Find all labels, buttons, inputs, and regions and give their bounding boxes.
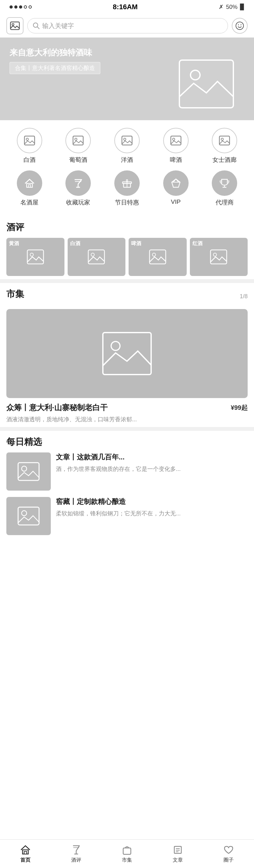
- diamond-icon: [170, 178, 182, 189]
- category-agent[interactable]: 代理商: [209, 170, 240, 207]
- svg-point-30: [30, 253, 33, 256]
- review-placeholder-icon-0: [27, 249, 44, 265]
- nav-circle-label: 圈子: [223, 857, 234, 864]
- svg-rect-11: [73, 136, 83, 145]
- status-time: 8:16AM: [113, 3, 138, 11]
- category-ladies[interactable]: 女士酒廊: [209, 128, 240, 164]
- svg-rect-29: [27, 250, 43, 264]
- status-right: ✗ 50% ▉: [219, 3, 245, 10]
- market-product-desc: 酒液清澈透明，质地纯净、无混浊，口味芳香浓郁...: [6, 415, 248, 424]
- market-title: 市集: [6, 288, 24, 300]
- collector-label: 收藏玩家: [66, 198, 90, 207]
- nav-market[interactable]: 市集: [121, 844, 133, 864]
- beer-label: 啤酒: [170, 156, 182, 164]
- svg-marker-26: [172, 179, 180, 187]
- avatar-icon[interactable]: [232, 18, 248, 34]
- svg-rect-9: [25, 136, 35, 145]
- category-famous[interactable]: 名酒屋: [14, 170, 45, 207]
- wine-icon-circle: [65, 128, 91, 153]
- market-product-info: 众筹丨意大利·山寨秘制老白干 ¥99起: [6, 403, 248, 413]
- svg-point-34: [152, 253, 155, 256]
- svg-point-12: [75, 138, 77, 141]
- svg-rect-37: [103, 333, 151, 375]
- album-icon-box[interactable]: [6, 17, 24, 34]
- search-bar[interactable]: 输入关键字: [27, 18, 228, 33]
- market-bag-icon: [121, 844, 133, 856]
- nav-home[interactable]: 首页: [20, 844, 31, 864]
- search-icon: [33, 22, 40, 29]
- daily-item-1[interactable]: 窖藏丨定制款精心酿造 柔软如锦缎，锋利似钢刀；它无所不在，力大无...: [6, 497, 248, 535]
- category-beer[interactable]: 啤酒: [160, 128, 192, 164]
- review-tabs: 黄酒 白酒 啤酒: [6, 238, 248, 276]
- category-wine[interactable]: 葡萄酒: [62, 128, 94, 164]
- signal-dots: [9, 5, 32, 8]
- nav-market-label: 市集: [122, 857, 132, 864]
- daily-title: 每日精选: [6, 436, 248, 448]
- nav-circle[interactable]: 圈子: [223, 844, 234, 864]
- category-festival[interactable]: 节日特惠: [111, 170, 143, 207]
- svg-point-40: [22, 466, 27, 471]
- svg-point-10: [26, 138, 28, 141]
- daily-thumb-0: [6, 453, 51, 491]
- agent-icon-circle: [212, 170, 237, 196]
- daily-thumb-icon-0: [17, 462, 40, 482]
- category-vip[interactable]: VIP: [160, 170, 192, 207]
- category-collector[interactable]: 收藏玩家: [62, 170, 94, 207]
- svg-line-3: [37, 27, 40, 29]
- house-icon: [24, 178, 36, 189]
- daily-thumb-icon-1: [17, 506, 40, 526]
- search-placeholder: 输入关键字: [42, 22, 74, 30]
- svg-point-42: [22, 510, 27, 516]
- daily-item-0[interactable]: 文章丨这款酒几百年... 酒，作为世界客观物质的存在，它是一个变化多...: [6, 453, 248, 491]
- daily-content-1: 窖藏丨定制款精心酿造 柔软如锦缎，锋利似钢刀；它无所不在，力大无...: [56, 497, 248, 518]
- svg-point-18: [221, 138, 223, 141]
- banner-tag[interactable]: 合集丨意大利著名酒窖精心酿造: [9, 62, 100, 74]
- agent-label: 代理商: [216, 198, 234, 207]
- review-title: 酒评: [6, 221, 248, 234]
- ladies-icon: [218, 135, 230, 146]
- svg-rect-33: [150, 250, 166, 264]
- banner-placeholder-icon: [178, 59, 235, 110]
- market-pagination: 1/8: [240, 293, 248, 300]
- spirits-icon: [121, 135, 133, 146]
- beer-icon: [170, 135, 182, 146]
- market-section: 市集 1/8 众筹丨意大利·山寨秘制老白干 ¥99起 酒液清澈透明，质地纯净、无…: [0, 283, 254, 427]
- review-card-3[interactable]: 红酒: [190, 238, 248, 276]
- nav-home-label: 首页: [20, 857, 31, 864]
- bluetooth-icon: ✗: [219, 3, 223, 10]
- nav-review[interactable]: 酒评: [71, 844, 82, 864]
- review-label-1: 白酒: [70, 240, 80, 247]
- daily-item-desc-1: 柔软如锦缎，锋利似钢刀；它无所不在，力大无...: [56, 509, 248, 518]
- market-main-image[interactable]: [6, 309, 248, 398]
- svg-point-36: [213, 253, 217, 256]
- daily-item-title-0: 文章丨这款酒几百年...: [56, 453, 248, 462]
- category-baijiu[interactable]: 白酒: [14, 128, 45, 164]
- review-card-2[interactable]: 啤酒: [129, 238, 187, 276]
- svg-rect-15: [171, 136, 181, 145]
- nav-article[interactable]: 文章: [172, 844, 183, 864]
- category-spirits[interactable]: 洋酒: [111, 128, 143, 164]
- beer-icon-circle: [163, 128, 189, 153]
- dot4: [24, 5, 27, 8]
- banner-title: 来自意大利的独特酒味: [9, 47, 245, 58]
- svg-rect-7: [179, 60, 233, 108]
- market-price: ¥99起: [231, 403, 248, 412]
- review-label-0: 黄酒: [9, 240, 19, 247]
- divider-2: [0, 427, 254, 431]
- daily-section: 每日精选 文章丨这款酒几百年... 酒，作为世界客观物质的存在，它是一个变化多.…: [0, 431, 254, 573]
- baijiu-icon-circle: [17, 128, 42, 153]
- nav-review-label: 酒评: [71, 857, 81, 864]
- svg-rect-17: [219, 136, 229, 145]
- trophy-icon: [218, 178, 230, 189]
- svg-point-14: [123, 138, 126, 141]
- dot3: [19, 5, 22, 8]
- daily-content-0: 文章丨这款酒几百年... 酒，作为世界客观物质的存在，它是一个变化多...: [56, 453, 248, 473]
- market-product-title-text: 众筹丨意大利·山寨秘制老白干: [6, 403, 108, 413]
- vip-label: VIP: [171, 198, 181, 206]
- svg-rect-19: [27, 183, 32, 187]
- svg-rect-0: [10, 22, 20, 30]
- svg-rect-35: [211, 250, 227, 264]
- review-label-3: 红酒: [192, 240, 203, 247]
- review-card-0[interactable]: 黄酒: [6, 238, 65, 276]
- review-card-1[interactable]: 白酒: [68, 238, 126, 276]
